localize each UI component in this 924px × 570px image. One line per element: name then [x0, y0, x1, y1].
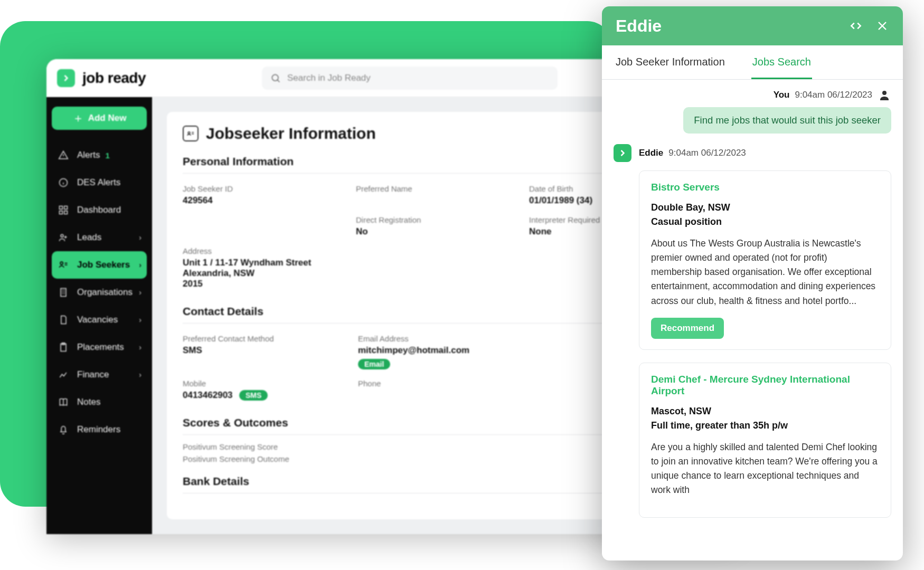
svg-point-6	[61, 234, 63, 237]
search-icon	[270, 73, 281, 83]
svg-rect-5	[64, 211, 68, 214]
label-address: Address	[183, 246, 521, 255]
tab-jobseeker-info[interactable]: Job Seeker Information	[615, 45, 726, 79]
value-jobseeker-id: 429564	[183, 195, 350, 206]
sidebar-item-label: Dashboard	[77, 205, 121, 215]
svg-rect-3	[64, 206, 68, 210]
close-icon[interactable]	[875, 19, 889, 33]
job-result-terms: Full time, greater than 35h p/w	[651, 419, 879, 433]
book-icon	[57, 397, 70, 407]
eddie-title: Eddie	[616, 16, 662, 36]
bell-icon	[57, 424, 70, 435]
sidebar-item-reminders[interactable]: Reminders	[52, 416, 147, 443]
code-icon[interactable]	[849, 19, 863, 33]
sidebar-item-finance[interactable]: Finance ›	[52, 361, 147, 388]
svg-rect-4	[60, 211, 63, 214]
sidebar-item-label: Reminders	[77, 424, 120, 435]
brand-name: job ready	[82, 70, 146, 87]
chevron-right-icon: ›	[139, 370, 142, 379]
sms-pill[interactable]: SMS	[239, 390, 268, 401]
sidebar-item-label: Organisations	[77, 287, 133, 298]
sidebar-item-label: Alerts	[77, 150, 100, 160]
plus-icon: ＋	[72, 110, 84, 126]
value-contact-method: SMS	[183, 345, 352, 356]
document-icon	[57, 315, 70, 325]
job-result-title[interactable]: Demi Chef - Mercure Sydney International…	[651, 374, 879, 397]
eddie-avatar-icon	[614, 144, 631, 162]
chart-line-icon	[57, 369, 70, 380]
value-address-line1: Unit 1 / 11-17 Wyndham Street	[183, 258, 521, 268]
sidebar-item-placements[interactable]: Placements ›	[52, 334, 147, 361]
svg-rect-2	[60, 206, 63, 210]
sidebar-item-job-seekers[interactable]: Job Seekers ›	[52, 251, 147, 279]
person-card-icon	[57, 260, 70, 270]
svg-rect-8	[61, 289, 66, 297]
message-eddie: Eddie 9:04am 06/12/2023 Bistro Servers D…	[614, 144, 891, 518]
message-you: You 9:04am 06/12/2023 Find me jobs that …	[614, 88, 891, 134]
grid-icon	[57, 205, 70, 215]
recommend-button[interactable]: Recommend	[651, 318, 724, 339]
sidebar: ＋ Add New Alerts 1 DES Alerts	[46, 97, 152, 534]
you-label: You	[774, 90, 790, 100]
sidebar-item-alerts[interactable]: Alerts 1	[52, 141, 147, 169]
eddie-label: Eddie	[639, 148, 663, 158]
eddie-body: You 9:04am 06/12/2023 Find me jobs that …	[602, 80, 903, 560]
chevron-right-icon: ›	[139, 288, 142, 297]
email-pill[interactable]: Email	[358, 359, 390, 369]
eddie-timestamp: 9:04am 06/12/2023	[668, 148, 746, 158]
chevron-right-icon: ›	[139, 343, 142, 352]
sidebar-item-label: Notes	[77, 397, 100, 407]
sidebar-item-organisations[interactable]: Organisations ›	[52, 279, 147, 306]
label-mobile: Mobile	[183, 379, 352, 388]
sidebar-item-vacancies[interactable]: Vacancies ›	[52, 306, 147, 334]
job-result-card: Demi Chef - Mercure Sydney International…	[639, 363, 891, 518]
job-result-description: Are you a highly skilled and talented De…	[651, 440, 879, 498]
add-new-button[interactable]: ＋ Add New	[52, 107, 147, 130]
chevron-right-icon: ›	[139, 316, 142, 324]
value-direct-reg: No	[356, 226, 523, 237]
id-card-icon	[183, 126, 199, 141]
value-address-line2: Alexandria, NSW	[183, 268, 521, 279]
label-jobseeker-id: Job Seeker ID	[183, 184, 350, 193]
search-input[interactable]: Search in Job Ready	[262, 66, 558, 90]
user-avatar-icon	[878, 88, 891, 102]
chevron-right-icon: ›	[139, 233, 142, 242]
brand-logo-icon	[57, 69, 75, 87]
search-placeholder: Search in Job Ready	[287, 73, 371, 83]
eddie-panel: Eddie Job Seeker Information Jobs Search…	[602, 6, 903, 560]
info-icon	[57, 177, 70, 188]
eddie-header: Eddie	[602, 6, 903, 45]
sidebar-item-leads[interactable]: Leads ›	[52, 224, 147, 251]
sidebar-item-label: Leads	[77, 232, 101, 243]
job-result-description: About us The Wests Group Australia is Ne…	[651, 236, 879, 308]
sidebar-item-dashboard[interactable]: Dashboard	[52, 196, 147, 224]
building-icon	[57, 287, 70, 298]
alerts-badge: 1	[105, 151, 109, 160]
you-timestamp: 9:04am 06/12/2023	[795, 90, 872, 100]
label-direct-reg: Direct Registration	[356, 215, 523, 224]
page-title: Jobseeker Information	[206, 125, 376, 142]
sidebar-item-label: Finance	[77, 369, 109, 380]
svg-point-11	[188, 132, 190, 134]
tab-jobs-search[interactable]: Jobs Search	[751, 45, 812, 79]
sidebar-item-label: Vacancies	[77, 315, 118, 325]
sidebar-item-notes[interactable]: Notes	[52, 388, 147, 416]
value-mobile: 0413462903	[183, 390, 233, 400]
sidebar-item-label: Job Seekers	[77, 260, 130, 270]
job-result-location: Mascot, NSW	[651, 404, 879, 419]
sidebar-item-label: DES Alerts	[77, 177, 120, 188]
clipboard-icon	[57, 342, 70, 353]
label-contact-method: Preferred Contact Method	[183, 334, 352, 343]
svg-point-7	[60, 262, 63, 264]
job-result-terms: Casual position	[651, 215, 879, 229]
label-preferred-name: Preferred Name	[356, 184, 523, 193]
job-result-location: Double Bay, NSW	[651, 201, 879, 215]
value-address-line3: 2015	[183, 279, 521, 289]
svg-point-12	[882, 91, 887, 95]
job-result-title[interactable]: Bistro Servers	[651, 182, 879, 193]
sidebar-item-des-alerts[interactable]: DES Alerts	[52, 169, 147, 196]
user-message-bubble: Find me jobs that would suit this job se…	[683, 107, 891, 134]
sidebar-item-label: Placements	[77, 342, 124, 353]
add-new-label: Add New	[88, 113, 127, 124]
job-result-card: Bistro Servers Double Bay, NSW Casual po…	[639, 170, 891, 350]
